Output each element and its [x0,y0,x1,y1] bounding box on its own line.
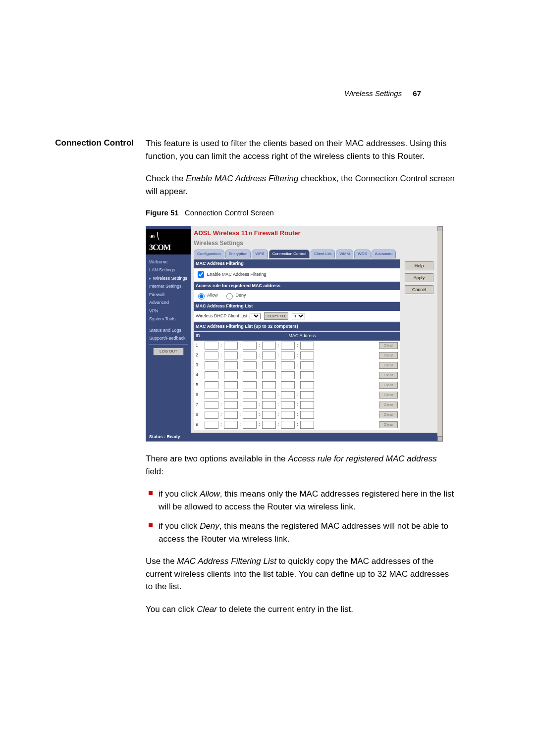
scrollbar[interactable] [437,226,442,442]
mac-octet-input[interactable] [224,381,238,389]
mac-octet-input[interactable] [224,391,238,399]
mac-octet-input[interactable] [243,391,257,399]
mac-octet-input[interactable] [281,401,295,409]
colon-separator: : [220,372,222,379]
mac-octet-input[interactable] [243,381,257,389]
tab-encryption[interactable]: Encryption [225,250,251,258]
mac-octet-input[interactable] [281,361,295,369]
mac-octet-input[interactable] [300,381,314,389]
mac-octet-input[interactable] [243,411,257,419]
mac-octet-input[interactable] [281,352,295,359]
sidebar-item-internet-settings[interactable]: Internet Settings [149,283,188,290]
body-column: This feature is used to filter the clien… [146,137,456,625]
mac-octet-input[interactable] [224,371,238,379]
mac-octet-input[interactable] [281,371,295,379]
mac-octet-input[interactable] [205,361,218,369]
tab-connection-control[interactable]: Connection Control [269,250,310,258]
clear-button[interactable]: Clear [379,362,398,369]
sidebar-item-lan-settings[interactable]: LAN Settings [149,267,188,274]
mac-octet-input[interactable] [205,342,218,350]
mac-octet-input[interactable] [224,401,238,409]
copy-to-button[interactable]: COPY TO [264,312,289,320]
mac-octet-input[interactable] [224,411,238,419]
mac-octet-input[interactable] [262,401,276,409]
tab-configuration[interactable]: Configuration [194,250,224,258]
tab-wds[interactable]: WDS [354,250,371,258]
mac-octet-input[interactable] [205,352,218,359]
mac-octet-input[interactable] [300,342,314,350]
enable-mac-filtering-checkbox[interactable] [198,271,204,278]
mac-octet-input[interactable] [300,361,314,369]
sidebar-item-support-feedback[interactable]: Support/Feedback [149,335,188,342]
mac-octet-input[interactable] [262,371,276,379]
logout-button[interactable]: LOG OUT [153,348,184,355]
clear-button[interactable]: Clear [379,382,398,389]
mac-octet-input[interactable] [262,381,276,389]
mac-octet-input[interactable] [205,421,218,429]
mac-octet-input[interactable] [281,391,295,399]
sidebar-item-welcome[interactable]: Welcome [149,259,188,266]
mac-octet-input[interactable] [205,381,218,389]
sidebar-item-system-tools[interactable]: System Tools [149,316,188,323]
sidebar-item-vpn[interactable]: VPN [149,308,188,315]
clear-button[interactable]: Clear [379,352,398,359]
mac-octet-input[interactable] [205,411,218,419]
mac-octet-input[interactable] [243,421,257,429]
copy-to-select[interactable]: 1 [292,313,305,319]
mac-octet-input[interactable] [205,391,218,399]
mac-octet-input[interactable] [300,411,314,419]
mac-octet-input[interactable] [224,361,238,369]
mac-octet-input[interactable] [243,401,257,409]
clear-button[interactable]: Clear [379,402,398,408]
tab-wmm[interactable]: WMM [336,250,353,258]
mac-octet-input[interactable] [281,381,295,389]
mac-octet-input[interactable] [224,421,238,429]
mac-octet-input[interactable] [205,401,218,409]
sidebar-nav: WelcomeLAN SettingsWireless SettingsInte… [146,254,191,363]
sidebar-item-status-and-logs[interactable]: Status and Logs [149,327,188,334]
mac-octet-input[interactable] [262,411,276,419]
mac-octet-input[interactable] [281,411,295,419]
clear-button[interactable]: Clear [379,392,398,399]
mac-octet-input[interactable] [243,361,257,369]
clear-button[interactable]: Clear [379,421,398,428]
mac-octet-input[interactable] [300,391,314,399]
mac-row: 8:::::Clear [194,410,400,420]
scroll-down-icon[interactable] [437,436,442,441]
dhcp-client-select[interactable] [250,313,261,319]
sidebar-item-advanced[interactable]: Advanced [149,300,188,306]
mac-octet-input[interactable] [281,342,295,350]
mac-octet-input[interactable] [262,391,276,399]
mac-octet-input[interactable] [224,342,238,350]
clear-button[interactable]: Clear [379,342,398,349]
sidebar-item-wireless-settings[interactable]: Wireless Settings [149,275,188,282]
mac-octet-input[interactable] [300,352,314,359]
sidebar-item-firewall[interactable]: Firewall [149,292,188,299]
mac-octet-input[interactable] [262,342,276,350]
mac-octet-input[interactable] [300,401,314,409]
th-id: ID [196,333,207,340]
clear-button[interactable]: Clear [379,411,398,418]
deny-radio[interactable] [226,293,233,300]
mac-octet-input[interactable] [243,342,257,350]
mac-octet-input[interactable] [262,361,276,369]
mac-octet-input[interactable] [243,352,257,359]
mac-octet-input[interactable] [205,371,218,379]
tab-client-list[interactable]: Client List [311,250,335,258]
cancel-button[interactable]: Cancel [405,285,433,294]
allow-radio[interactable] [198,293,205,300]
scroll-up-icon[interactable] [437,226,442,231]
help-button[interactable]: Help [405,261,433,270]
tab-advanced[interactable]: Advanced [372,250,396,258]
bullet-deny: if you click Deny, this means the regist… [149,520,456,545]
mac-octet-input[interactable] [262,352,276,359]
apply-button[interactable]: Apply [405,273,433,282]
clear-button[interactable]: Clear [379,372,398,379]
mac-octet-input[interactable] [224,352,238,359]
mac-octet-input[interactable] [262,421,276,429]
tab-wps[interactable]: WPS [252,250,268,258]
mac-octet-input[interactable] [281,421,295,429]
mac-octet-input[interactable] [300,371,314,379]
mac-octet-input[interactable] [243,371,257,379]
mac-octet-input[interactable] [300,421,314,429]
